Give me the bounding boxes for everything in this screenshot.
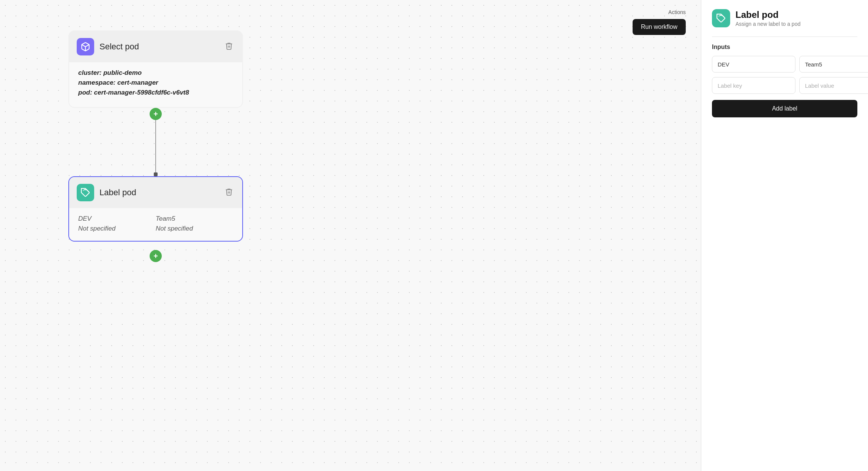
namespace-row: namespace: cert-manager xyxy=(78,79,233,87)
cluster-row: cluster: public-demo xyxy=(78,69,233,77)
panel-header: Label pod Assign a new label to a pod xyxy=(712,9,857,27)
select-pod-icon xyxy=(77,38,94,55)
panel-title: Label pod xyxy=(735,9,800,20)
label-value-input-2[interactable] xyxy=(799,77,868,94)
label-pod-icon xyxy=(77,184,94,201)
actions-label: Actions xyxy=(668,9,686,15)
label-pod-card[interactable]: Label pod DEV Team5 Not specified No xyxy=(68,176,243,242)
actions-bar: Actions Run workflow xyxy=(633,9,686,35)
select-pod-title: Select pod xyxy=(99,42,139,52)
select-pod-card[interactable]: Select pod cluster: public-demo namesp xyxy=(68,30,243,108)
label-pod-delete-button[interactable] xyxy=(223,186,235,199)
label-pod-header: Label pod xyxy=(69,177,242,208)
connector-dot xyxy=(154,172,158,176)
workflow-canvas: Actions Run workflow Select pod xyxy=(0,0,701,471)
input-row-1 xyxy=(712,56,857,73)
pod-row: pod: cert-manager-5998cfdf6c-v6vt8 xyxy=(78,89,233,96)
label-pod-key1: DEV xyxy=(78,215,156,223)
label-pod-body: DEV Team5 Not specified Not specified xyxy=(69,208,242,241)
node-connector: + xyxy=(155,108,156,176)
label-key-input-2[interactable] xyxy=(712,77,795,94)
run-workflow-button[interactable]: Run workflow xyxy=(633,19,686,35)
bottom-add-wrapper: + xyxy=(150,247,162,262)
add-label-button[interactable]: Add label xyxy=(712,100,857,117)
node-select-pod: Select pod cluster: public-demo namesp xyxy=(68,30,243,262)
right-panel: Label pod Assign a new label to a pod In… xyxy=(701,0,868,471)
panel-title-group: Label pod Assign a new label to a pod xyxy=(735,9,800,27)
select-pod-header: Select pod xyxy=(69,31,242,62)
select-pod-body: cluster: public-demo namespace: cert-man… xyxy=(69,62,242,107)
label-pod-grid: DEV Team5 Not specified Not specified xyxy=(78,215,233,232)
add-node-bottom-button[interactable]: + xyxy=(150,250,162,262)
label-pod-title: Label pod xyxy=(99,188,136,198)
input-row-2 xyxy=(712,77,857,94)
panel-divider xyxy=(712,36,857,37)
label-pod-val2: Not specified xyxy=(156,225,233,232)
add-node-between-button[interactable]: + xyxy=(150,108,162,120)
select-pod-delete-button[interactable] xyxy=(223,40,235,54)
label-pod-val1: Team5 xyxy=(156,215,233,223)
label-value-input-1[interactable] xyxy=(799,56,868,73)
panel-icon xyxy=(712,9,730,27)
label-pod-key2: Not specified xyxy=(78,225,156,232)
panel-subtitle: Assign a new label to a pod xyxy=(735,21,800,27)
inputs-label: Inputs xyxy=(712,44,857,51)
label-pod-header-left: Label pod xyxy=(77,184,136,201)
select-pod-header-left: Select pod xyxy=(77,38,139,55)
label-key-input-1[interactable] xyxy=(712,56,795,73)
